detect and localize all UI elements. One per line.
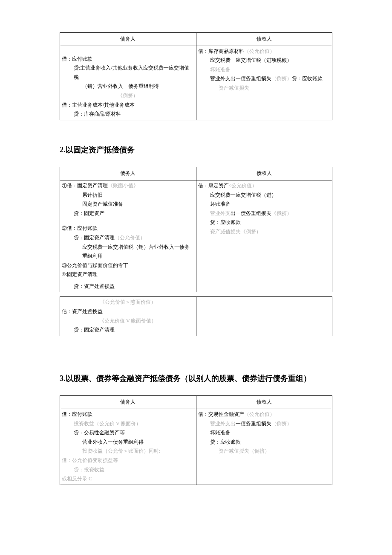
t2-r3: 坏账准备 — [198, 200, 331, 209]
t2-l6m: （公允价值） — [115, 235, 145, 241]
table-financial-asset: 债务人 债权人 借：应付账款 投资收益（公允价 V 账面价） 贷：交易性金融资产… — [60, 395, 332, 485]
t3-l4: 营业外收入一债务重组利得 — [62, 438, 194, 447]
t3-r3: 坏账准备 — [198, 428, 331, 438]
t3-l8: 或相反分录 C — [62, 474, 194, 484]
t2-l5: ②借：应付账款 — [62, 224, 194, 233]
t3-l2: 投资收益（公允价 V 账面价） — [62, 419, 194, 429]
t3-l3: 贷：交易性金融资产等 — [62, 428, 194, 438]
heading-fixed-asset: 2.以固定资产抵偿债务 — [60, 142, 332, 159]
t2-l3: 固定资产诚值准备 — [62, 200, 194, 209]
t2-header-left: 债务人 — [60, 167, 196, 180]
t3-r4: 贷：应收账款 — [198, 438, 331, 447]
table-fixed-asset: 债务人 债权人 ①借：固定资产清理《账面小值》 累计折旧 固定资产诚值准备 贷：… — [60, 167, 332, 292]
t1-r3: 坏账准备 — [198, 65, 331, 75]
t2-l1m: 《账面小值》 — [108, 183, 138, 189]
t2-l6a: 贷：固定资产清理 — [62, 235, 115, 241]
t2-r2: 应交税费一应交增值税（进） — [198, 191, 331, 200]
t1-r1m: （公允价值） — [244, 48, 275, 54]
t2-header-right: 债权人 — [196, 167, 332, 180]
t1-l1: 借：应付账款 — [62, 55, 194, 64]
t2b-left-cell: 《公允价值＞愍面价值） 信：资产处置换益 《公允价值 V 账面价值） 贷：固定资… — [60, 297, 196, 336]
t1-r2: 应交税费一应交增值税（进项税额） — [198, 56, 331, 65]
t2-r1m: <公允价值） — [229, 183, 257, 189]
t3-r1m: （公允价值） — [244, 411, 275, 417]
t2b-l4: 贷：固定资产清理 — [62, 325, 194, 335]
t2-l7: 应交税费一应交增值税（销）营业外收入一债务重组利用 — [62, 243, 194, 261]
t2-r5: 贷：应收账款 — [198, 218, 331, 227]
t3-l5: 投资收益（公允价＞账面价）同时: — [62, 447, 194, 456]
t1-l3: （错）营业外收入一债务重组利得 — [62, 82, 194, 91]
t2b-l1: 《公允价值＞愍面价值） — [62, 298, 194, 307]
t2-l9: ®:固定资产清理 — [62, 270, 194, 279]
t2-r4a: 营业外支 — [198, 210, 231, 216]
t2-l10: 贷：资产处置损益 — [62, 282, 194, 291]
table-inventory-debt: 债务人 债权人 借：应付账款 贷:主营业务收入/其他业务收入应交税费一应交增值税… — [60, 32, 332, 120]
t1-r4m: （倒挤） — [271, 76, 292, 81]
t2-l1a: ①借：固定资产清理 — [62, 183, 108, 189]
table-fixed-asset-sub: 《公允价值＞愍面价值） 信：资产处置换益 《公允价值 V 账面价值） 贷：固定资… — [60, 296, 332, 336]
t3-r5: 资产减值授失（倒挤） — [198, 447, 331, 456]
t1-header-left: 债务人 — [60, 33, 196, 46]
t3-header-right: 债权人 — [196, 396, 332, 409]
t1-right-cell: 借：库存商品原材料（公允价值） 应交税费一应交增值税（进项税额） 坏账准备 营业… — [196, 46, 332, 120]
t2-left-cell: ①借：固定资产清理《账面小值》 累计折旧 固定资产诚值准备 贷：固定资产 ②借：… — [60, 180, 196, 292]
t3-r2a: 营业外支出 — [198, 421, 236, 427]
t2b-l2: 信：资产处置换益 — [62, 307, 194, 317]
t1-l2: 贷:主营业务收入/其他业务收入应交税费一应交增值税 — [62, 64, 194, 82]
t3-r2b: 一债务重组损失 — [236, 421, 271, 427]
t3-right-cell: 借：交易性金融资产（公允价值） 营业外支出一债务重组损失（倒挤） 坏账准备 贷：… — [196, 409, 332, 485]
t2b-l3: 《公允价值 V 账面价值） — [62, 317, 194, 326]
t2-r4m: 《俄挤） — [271, 210, 292, 216]
t3-r2m: （倒挤） — [271, 421, 292, 427]
t1-header-right: 债权人 — [196, 33, 332, 46]
t1-r4a: 营业外支出一债务重组损失 — [198, 76, 271, 81]
t3-r1a: 借：交易性金融资产 — [198, 411, 244, 417]
t3-l1: 借：应付账款 — [62, 410, 194, 419]
t3-left-cell: 借：应付账款 投资收益（公允价 V 账面价） 贷：交易性金融资产等 营业外收入一… — [60, 409, 196, 485]
t1-r4b: 贷：应收账款 — [292, 76, 323, 81]
t1-r1: 借：库存商品原材料 — [198, 48, 244, 54]
t1-left-cell: 借：应付账款 贷:主营业务收入/其他业务收入应交税费一应交增值税 （错）营业外收… — [60, 46, 196, 120]
t1-l4: 《倒挤） — [62, 91, 194, 101]
t2-l8: ③公允价值与躁面价值的专丅 — [62, 261, 194, 270]
heading-financial-asset: 3.以股票、债券等金融资产抵偿债务（以别人的股票、债券进行债务重组） — [60, 370, 332, 387]
t2-l2: 累计折旧 — [62, 191, 194, 200]
t1-r5: 资产减值损失 — [198, 84, 331, 93]
t3-l7: 贷：投资收益 — [62, 465, 194, 475]
t2-right-cell: 借：康定资产<公允价值） 应交税费一应交增值税（进） 坏账准备 营业外支出一债务… — [196, 180, 332, 292]
t2-l4: 贷：固定资产 — [62, 209, 194, 218]
t2-r4b: 出一债务重组扳夫 — [231, 210, 271, 216]
t3-header-left: 债务人 — [60, 396, 196, 409]
t2-r6: 资产减值损失《倒挤） — [198, 227, 331, 237]
t2-r1a: 借：康定资产 — [198, 183, 229, 189]
t3-l6: 借：公允价值变动损益等 — [62, 456, 194, 465]
t1-l5: 借：主营业务成本/其他业务成本 — [62, 101, 194, 110]
t1-l6: 贷：库存商品/原材料 — [62, 110, 194, 119]
t2b-right-cell — [196, 297, 332, 336]
